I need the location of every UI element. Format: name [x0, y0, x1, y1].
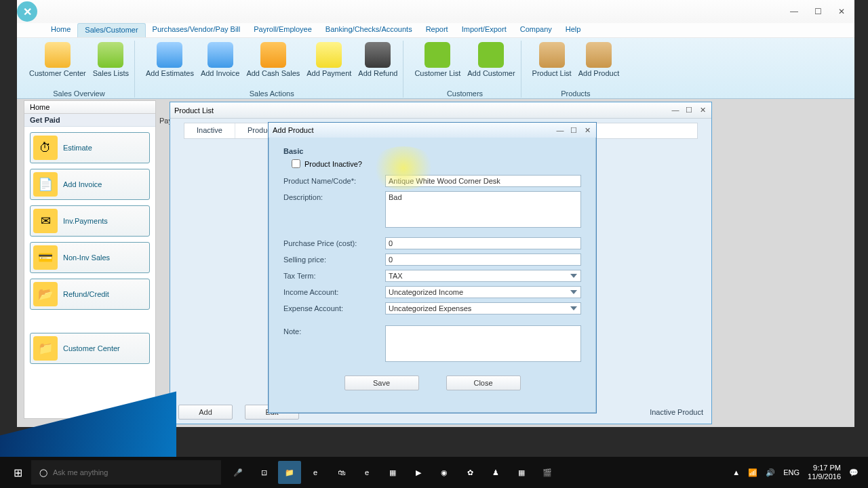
dark-icon	[365, 42, 391, 68]
menu-help[interactable]: Help	[559, 23, 588, 37]
menu-import-export[interactable]: Import/Export	[455, 23, 513, 37]
dlg-close[interactable]: ✕	[583, 126, 592, 135]
side-icon: ⏱	[33, 136, 58, 160]
ribbon-add-customer[interactable]: Add Customer	[466, 41, 516, 79]
add-button[interactable]: Add	[178, 405, 233, 420]
ribbon-add-product[interactable]: Add Product	[577, 41, 621, 79]
save-button[interactable]: Save	[344, 375, 419, 390]
menu-purchases-vendor-pay-bill[interactable]: Purchases/Vendor/Pay Bill	[146, 23, 248, 37]
menu-company[interactable]: Company	[513, 23, 559, 37]
ribbon-add-refund[interactable]: Add Refund	[357, 41, 399, 79]
dialog-title: Add Product	[273, 126, 314, 134]
product-name-label: Product Name/Code*:	[283, 175, 385, 185]
income-account-label: Income Account:	[283, 286, 385, 296]
menubar: HomeSales/CustomerPurchases/Vendor/Pay B…	[17, 23, 854, 38]
network-icon[interactable]: 📶	[748, 468, 757, 477]
selling-price-input[interactable]	[385, 253, 581, 266]
basic-heading: Basic	[283, 147, 581, 155]
tray-up-icon[interactable]: ▲	[732, 468, 740, 476]
taskbar-search[interactable]: ◯	[31, 460, 221, 485]
menu-payroll-employee[interactable]: Payroll/Employee	[247, 23, 319, 37]
home-panel: Home Get Paid ⏱Estimate📄Add Invoice✉Inv.…	[24, 100, 156, 419]
ribbon: Customer CenterSales ListsSales Overview…	[17, 38, 854, 99]
side-label: Add Invoice	[63, 180, 102, 188]
ribbon-add-estimates[interactable]: Add Estimates	[144, 41, 195, 79]
ribbon-product-list[interactable]: Product List	[531, 41, 573, 79]
purchase-price-input[interactable]	[385, 237, 581, 249]
pl-close[interactable]: ✕	[698, 106, 707, 115]
expense-account-select[interactable]: Uncategorized Expenses	[385, 302, 581, 314]
side-add-invoice[interactable]: 📄Add Invoice	[30, 169, 150, 200]
app-logo: ✕	[17, 1, 37, 22]
ribbon-add-payment[interactable]: Add Payment	[305, 41, 353, 79]
product-name-input[interactable]	[385, 175, 581, 187]
income-account-select[interactable]: Uncategorized Income	[385, 286, 581, 298]
edge-icon[interactable]: e	[304, 461, 327, 484]
titlebar: ✕ — ☐ ✕	[17, 0, 854, 23]
clock[interactable]: 9:17 PM 11/9/2016	[808, 464, 841, 481]
cortana-icon: ◯	[39, 468, 47, 477]
system-tray: ▲ 📶 🔊 ENG 9:17 PM 11/9/2016 💬	[732, 464, 864, 481]
app-icon-2[interactable]: ✿	[458, 461, 481, 484]
customer-center-button[interactable]: 📁 Customer Center	[30, 333, 150, 364]
ribbon-customer-center[interactable]: Customer Center	[28, 41, 87, 79]
ribbon-label: Add Payment	[307, 69, 351, 77]
app-icon-3[interactable]: ♟	[484, 461, 507, 484]
language-indicator[interactable]: ENG	[783, 468, 800, 476]
menu-report[interactable]: Report	[419, 23, 455, 37]
description-label: Description:	[283, 191, 385, 201]
taskview-icon[interactable]: ⊡	[252, 461, 275, 484]
app-icon-4[interactable]: ▦	[510, 461, 533, 484]
side-refund-credit[interactable]: 📂Refund/Credit	[30, 279, 150, 310]
close-button[interactable]: ✕	[838, 7, 845, 16]
close-button[interactable]: Close	[446, 375, 521, 390]
add-product-dialog: Add Product — ☐ ✕ Basic Product Inactive…	[268, 122, 597, 413]
tax-term-select[interactable]: TAX	[385, 270, 581, 282]
dlg-minimize[interactable]: —	[555, 126, 565, 135]
product-inactive-checkbox[interactable]	[292, 159, 300, 168]
app-icon-1[interactable]: ▦	[381, 461, 404, 484]
box-icon	[586, 42, 612, 68]
notifications-icon[interactable]: 💬	[849, 468, 859, 477]
pl-minimize[interactable]: —	[671, 106, 680, 115]
menu-home[interactable]: Home	[44, 23, 77, 37]
ribbon-label: Add Customer	[467, 69, 515, 77]
ribbon-label: Customer List	[414, 69, 460, 77]
store-icon[interactable]: 🛍	[330, 461, 353, 484]
search-input[interactable]	[53, 468, 189, 476]
taskbar: ⊞ ◯ 🎤 ⊡ 📁 e 🛍 e ▦ ▶ ◉ ✿ ♟ ▦ 🎬 ▲ 📶 🔊 ENG …	[0, 457, 868, 488]
expense-account-label: Expense Account:	[283, 302, 385, 312]
maximize-button[interactable]: ☐	[814, 7, 822, 16]
greeno-icon	[478, 42, 504, 68]
start-button[interactable]: ⊞	[4, 459, 31, 486]
tax-term-label: Tax Term:	[283, 270, 385, 280]
menu-sales-customer[interactable]: Sales/Customer	[77, 23, 145, 37]
ie-icon[interactable]: e	[355, 461, 378, 484]
box-icon	[539, 42, 565, 68]
mic-icon[interactable]: 🎤	[226, 461, 250, 484]
pl-maximize[interactable]: ☐	[684, 106, 694, 115]
app-icon-5[interactable]: 🎬	[536, 461, 559, 484]
menu-banking-checks-accounts[interactable]: Banking/Checks/Accounts	[319, 23, 419, 37]
ribbon-add-invoice[interactable]: Add Invoice	[199, 41, 241, 79]
blue-icon	[208, 42, 233, 68]
side-estimate[interactable]: ⏱Estimate	[30, 132, 150, 163]
side-inv-payments[interactable]: ✉Inv.Payments	[30, 205, 150, 237]
volume-icon[interactable]: 🔊	[766, 468, 775, 477]
media-icon[interactable]: ▶	[407, 461, 430, 484]
side-non-inv-sales[interactable]: 💳Non-Inv Sales	[30, 242, 150, 273]
explorer-icon[interactable]: 📁	[278, 461, 301, 484]
ribbon-sales-lists[interactable]: Sales Lists	[92, 41, 130, 79]
ribbon-label: Customer Center	[29, 69, 86, 77]
col-inactive[interactable]: Inactive	[184, 123, 235, 138]
dlg-maximize[interactable]: ☐	[569, 126, 578, 135]
ribbon-customer-list[interactable]: Customer List	[413, 41, 462, 79]
folder-icon	[45, 42, 71, 68]
minimize-button[interactable]: —	[790, 7, 798, 16]
ribbon-label: Add Product	[578, 69, 620, 77]
ribbon-add-cash-sales[interactable]: Add Cash Sales	[245, 41, 301, 79]
ribbon-group-label: Sales Actions	[250, 89, 294, 98]
description-input[interactable]: Bad	[385, 191, 581, 228]
chrome-icon[interactable]: ◉	[433, 461, 456, 484]
note-input[interactable]	[385, 325, 581, 362]
